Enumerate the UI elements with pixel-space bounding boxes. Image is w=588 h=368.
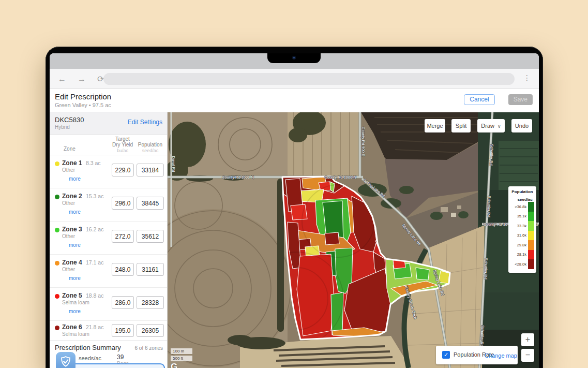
summary-title: Prescription Summary [55,344,121,351]
zone-more-link[interactable]: more [69,308,81,314]
change-map-link[interactable]: Change map [485,352,517,359]
draw-dropdown-button[interactable]: Draw∨ [477,119,505,133]
zone-acres: 21.8 ac [86,324,103,330]
legend-swatch [528,221,534,231]
dry-yield-input[interactable] [112,263,134,276]
summary-bags-value: 39 [117,354,124,361]
prescription-summary-row: seeds/ac 39 Bags [50,352,167,368]
zone-more-link[interactable]: more [69,209,81,215]
zone-soil: Selma loam [62,300,89,305]
zone-more-link[interactable]: more [69,176,81,182]
hybrid-header: DKC5830 Hybrid Edit Settings [50,112,167,135]
zone-soil: Other [62,267,75,272]
road-label: County Rd-10 [484,222,507,227]
population-input[interactable] [137,263,164,276]
legend-label: 29.8k [517,243,526,247]
population-input[interactable] [137,197,164,210]
dry-yield-input[interactable] [112,230,134,243]
legend-swatch [528,259,534,269]
address-bar[interactable] [103,73,515,85]
zone-acres: 18.8 ac [86,292,103,299]
zoom-in-button[interactable]: + [521,333,534,346]
dry-yield-input[interactable] [112,164,134,176]
browser-toolbar: ← → ⟳ ⋮ [50,69,539,89]
road-label: County Rd 900 E [361,127,366,156]
population-input[interactable] [137,296,164,309]
back-icon[interactable]: ← [58,75,66,84]
dry-yield-input[interactable] [112,296,134,309]
zone-row-3: Zone 3 16.2 ac Other more [50,222,167,255]
zone-row-1: Zone 1 8.3 ac Other more [50,155,167,188]
dry-yield-input[interactable] [112,197,134,210]
legend-label: 31.6k [517,233,526,238]
zone-color-dot [55,326,59,330]
zone-more-link[interactable]: more [69,275,81,281]
population-input[interactable] [137,324,164,337]
legend-label: 35.1k [517,214,526,218]
browser-window: ← → ⟳ ⋮ Edit Prescription Green Valley •… [50,53,539,368]
forward-icon[interactable]: → [78,75,86,84]
save-button[interactable]: Save [508,94,533,105]
zone-more-link[interactable]: more [69,242,81,248]
browser-menu-icon[interactable]: ⋮ [523,73,531,82]
legend-label: 28.1k [517,252,526,257]
chevron-down-icon: ∨ [497,124,501,129]
hybrid-name: DKC5830 [55,116,84,124]
cancel-button[interactable]: Cancel [464,94,494,105]
legend-label: 33.3k [517,224,526,228]
google-logo: G [171,362,177,368]
zone-acres: 15.3 ac [86,193,103,199]
zone-soil: Selma loam [62,331,89,337]
summary-rate-label: seeds/ac [79,355,101,361]
road-label: Schuttler Rd [489,144,494,166]
population-input[interactable] [137,164,164,176]
zone-color-dot [55,161,59,166]
legend-swatch [528,212,534,222]
zone-color-dot [55,195,59,199]
zone-color-dot [55,228,59,232]
road-label: Schuttler Rd [483,258,488,279]
zone-acres: 16.2 ac [86,226,103,232]
page-title: Edit Prescription [55,92,111,101]
undo-button[interactable]: Undo [511,119,532,133]
edit-settings-link[interactable]: Edit Settings [128,119,162,126]
desktop-background: ← → ⟳ ⋮ Edit Prescription Green Valley •… [0,0,588,368]
population-rate-panel: ✓ Population Rate Change map [436,346,518,364]
zone-soil: Other [62,233,75,239]
scale-imperial: 500 ft [171,356,192,361]
zone-name: Zone 2 [62,193,82,200]
legend-swatch [528,231,534,241]
hybrid-type-label: Hybrid [55,124,70,130]
zones-sidebar: DKC5830 Hybrid Edit Settings Zone Target… [50,112,168,368]
field-map[interactable]: County Rd 1000 N County Rd 1000 N County… [168,112,539,368]
dry-yield-input[interactable] [112,324,134,337]
road-label: Schuttler Rd [479,325,485,347]
laptop-frame: ← → ⟳ ⋮ Edit Prescription Green Valley •… [46,47,543,368]
scale-metric: 100 m [171,348,192,354]
legend-unit: seed/ac [510,197,534,202]
zone-name: Zone 4 [62,259,82,266]
zone-color-dot [55,261,59,266]
zoom-out-button[interactable]: − [521,349,534,362]
legend-title: Population [510,189,534,194]
road-label: County Rd 1000 N [324,175,356,180]
population-input[interactable] [137,230,164,243]
zone-soil: Other [62,167,75,173]
column-population: Population seed/ac [137,142,164,154]
zone-soil: Other [62,200,75,206]
zone-table-header: Zone Target Dry Yield bu/ac Population s… [50,135,167,155]
column-zone: Zone [64,146,76,152]
legend-swatch [528,202,534,212]
legend-label: >36.8k [515,204,526,209]
merge-button[interactable]: Merge [425,119,445,133]
zone-row-2: Zone 2 15.3 ac Other more [50,188,167,222]
zone-row-6: Zone 6 21.8 ac Selma loam [50,321,167,341]
page-subtitle: Green Valley • 97.5 ac [55,102,111,108]
column-target-dry-yield: Target Dry Yield bu/ac [107,136,139,154]
split-button[interactable]: Split [451,119,471,133]
zone-name: Zone 6 [62,323,82,331]
webcam-icon [292,56,296,60]
prescription-summary-header: Prescription Summary 6 of 6 zones [50,341,167,352]
zone-row-5: Zone 5 18.8 ac Selma loam more [50,288,167,321]
population-rate-checkbox[interactable]: ✓ [442,351,450,359]
